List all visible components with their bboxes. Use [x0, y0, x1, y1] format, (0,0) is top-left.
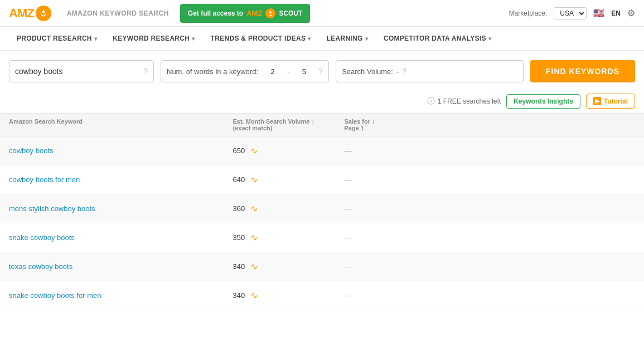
logo: AMZ [9, 6, 58, 21]
find-keywords-button[interactable]: FIND KEYWORDS [530, 60, 635, 82]
col-header-sales: Sales for ↕Page 1 [345, 118, 411, 131]
sales-cell: — [345, 146, 411, 155]
volume-value: 340 [233, 262, 245, 271]
word-count-label: Num. of words in a keyword: [167, 67, 258, 76]
tutorial-label: Tutorial [604, 97, 628, 105]
logo-icon [36, 6, 51, 21]
nav-label: TRENDS & PRODUCT IDEAS [211, 35, 306, 42]
get-full-access-button[interactable]: Get full access to AMZ SCOUT [180, 4, 311, 23]
volume-cell: 640 ∿ [233, 174, 345, 185]
table-row: cowboy boots 650 ∿ — [0, 136, 644, 165]
table-row: mens stylish cowboy boots 360 ∿ — [0, 194, 644, 223]
trend-chart-icon[interactable]: ∿ [250, 145, 258, 156]
keyword-help-icon[interactable]: ? [143, 67, 148, 76]
keyword-cell[interactable]: cowboy boots [9, 146, 233, 155]
nav-item-keyword-research[interactable]: KEYWORD RESEARCH ▾ [105, 26, 202, 51]
chevron-down-icon: ▾ [365, 36, 368, 42]
word-count-min[interactable] [262, 67, 284, 76]
cta-logo: AMZ [246, 9, 262, 17]
marketplace-select[interactable]: USA UK DE CA [554, 7, 587, 19]
sales-cell: — [345, 262, 411, 271]
volume-help-icon[interactable]: ? [402, 67, 406, 76]
free-searches-info: ⓘ 1 FREE searches left [427, 96, 501, 106]
nav-item-learning[interactable]: LEARNING ▾ [319, 26, 376, 51]
nav-label: PRODUCT RESEARCH [17, 35, 92, 42]
chevron-down-icon: ▾ [488, 36, 491, 42]
chevron-down-icon: ▾ [94, 36, 97, 42]
volume-value: 360 [233, 204, 245, 213]
results-table: Amazon Search Keyword Est. Month Search … [0, 113, 644, 310]
nav-label: COMPETITOR DATA ANALYSIS [384, 35, 486, 42]
sales-cell: — [345, 175, 411, 184]
col-header-keyword: Amazon Search Keyword [9, 118, 233, 131]
header-right: Marketplace: USA UK DE CA 🇺🇸 EN ⚙ [509, 7, 635, 19]
logo-amz-text: AMZ [9, 6, 34, 21]
trend-chart-icon[interactable]: ∿ [250, 174, 258, 185]
table-row: cowboy boots for men 640 ∿ — [0, 165, 644, 194]
nav-item-product-research[interactable]: PRODUCT RESEARCH ▾ [9, 26, 105, 51]
table-row: snake cowboy boots 350 ∿ — [0, 223, 644, 252]
range-separator: - [287, 67, 289, 76]
col-header-extra [411, 118, 636, 131]
volume-value: 650 [233, 146, 245, 155]
table-row: snake cowboy boots for men 340 ∿ — [0, 281, 644, 310]
sales-cell: — [345, 233, 411, 242]
nav-item-competitor[interactable]: COMPETITOR DATA ANALYSIS ▾ [376, 26, 499, 51]
chevron-down-icon: ▾ [192, 36, 195, 42]
volume-value: 340 [233, 291, 245, 300]
cta-brand: SCOUT [279, 9, 302, 17]
keyword-cell[interactable]: cowboy boots for men [9, 175, 233, 184]
header: AMZ AMAZON KEYWORD SEARCH Get full acces… [0, 0, 644, 27]
tutorial-button[interactable]: ▶ Tutorial [586, 94, 635, 109]
volume-cell: 360 ∿ [233, 203, 345, 214]
table-row: texas cowboy boots 340 ∿ — [0, 252, 644, 281]
search-input[interactable] [15, 67, 140, 76]
search-area: ? Num. of words in a keyword: - ? Search… [0, 51, 644, 91]
volume-label: Search Volume: [342, 67, 393, 76]
free-searches-text: 1 FREE searches left [438, 97, 501, 105]
header-title: AMAZON KEYWORD SEARCH [67, 9, 169, 17]
flag-icon: 🇺🇸 [593, 8, 604, 18]
col-header-volume: Est. Month Search Volume ↕(exact match) [233, 118, 345, 131]
tutorial-play-icon: ▶ [593, 97, 601, 105]
volume-value: 350 [233, 233, 245, 242]
volume-cell: 350 ∿ [233, 232, 345, 243]
language-button[interactable]: EN [611, 9, 621, 17]
word-count-max[interactable] [293, 67, 315, 76]
nav-label: LEARNING [327, 35, 363, 42]
word-count-help-icon[interactable]: ? [318, 67, 323, 76]
cta-label: Get full access to [188, 9, 243, 17]
sub-toolbar: ⓘ 1 FREE searches left Keywords Insights… [0, 91, 644, 113]
keyword-cell[interactable]: texas cowboy boots [9, 262, 233, 271]
trend-chart-icon[interactable]: ∿ [250, 290, 258, 301]
keyword-cell[interactable]: snake cowboy boots for men [9, 291, 233, 300]
trend-chart-icon[interactable]: ∿ [250, 261, 258, 272]
volume-cell: 340 ∿ [233, 290, 345, 301]
cta-icon [265, 8, 275, 18]
nav-label: KEYWORD RESEARCH [113, 35, 190, 42]
word-count-filter: Num. of words in a keyword: - ? [161, 60, 329, 82]
settings-icon[interactable]: ⚙ [627, 8, 635, 18]
volume-value: 640 [233, 175, 245, 184]
chevron-down-icon: ▾ [308, 36, 311, 42]
keywords-insights-button[interactable]: Keywords Insights [506, 94, 580, 109]
keyword-cell[interactable]: mens stylish cowboy boots [9, 204, 233, 213]
table-header: Amazon Search Keyword Est. Month Search … [0, 113, 644, 136]
marketplace-label: Marketplace: [509, 9, 548, 17]
sales-cell: — [345, 204, 411, 213]
volume-cell: 340 ∿ [233, 261, 345, 272]
volume-cell: 650 ∿ [233, 145, 345, 156]
volume-separator: - [396, 67, 399, 76]
volume-filter: Search Volume: - ? [336, 60, 524, 82]
trend-chart-icon[interactable]: ∿ [250, 232, 258, 243]
keyword-cell[interactable]: snake cowboy boots [9, 233, 233, 242]
trend-chart-icon[interactable]: ∿ [250, 203, 258, 214]
main-nav: PRODUCT RESEARCH ▾ KEYWORD RESEARCH ▾ TR… [0, 27, 644, 51]
sales-cell: — [345, 291, 411, 300]
keyword-search-box: ? [9, 60, 154, 82]
info-icon: ⓘ [427, 96, 435, 106]
nav-item-trends[interactable]: TRENDS & PRODUCT IDEAS ▾ [203, 26, 319, 51]
